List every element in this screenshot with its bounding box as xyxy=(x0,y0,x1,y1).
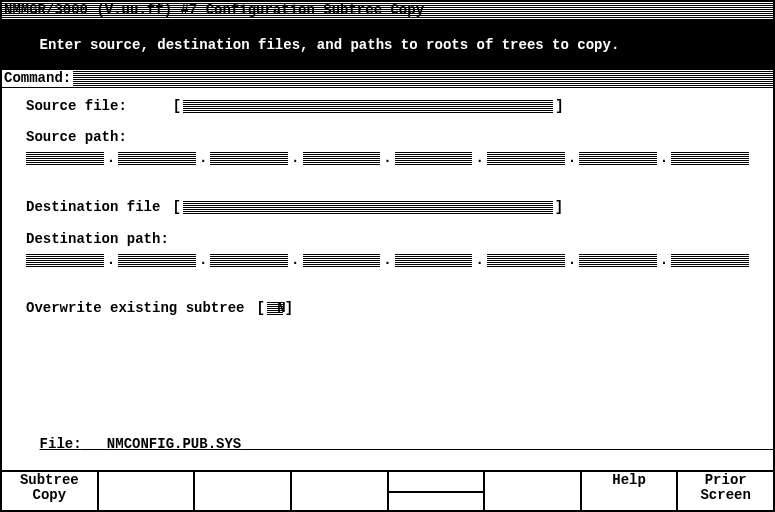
bracket-open-icon: [ xyxy=(170,199,182,215)
source-path-seg-8[interactable] xyxy=(671,151,749,165)
fkey-f8[interactable]: Prior Screen xyxy=(678,472,773,510)
source-path-seg-5[interactable] xyxy=(395,151,473,165)
overwrite-value: N xyxy=(277,300,285,316)
source-path-seg-2[interactable] xyxy=(118,151,196,165)
bracket-close-icon: ] xyxy=(553,98,565,114)
command-row[interactable]: Command: xyxy=(2,70,773,88)
source-path-seg-4[interactable] xyxy=(303,151,381,165)
file-bar: File: NMCONFIG.PUB.SYS xyxy=(2,417,773,470)
fkey-f1[interactable]: Subtree Copy xyxy=(2,472,99,510)
dest-file-input[interactable] xyxy=(183,200,553,214)
fkey-f8-line1: Prior xyxy=(705,473,747,488)
title-text: NMMGR/3000 (V.uu.ff) #7 Configuration Su… xyxy=(2,2,426,18)
bracket-open-icon: [ xyxy=(254,300,266,316)
source-path-row: . . . . . . . xyxy=(2,146,773,166)
instruction-text: Enter source, destination files, and pat… xyxy=(40,37,620,53)
dest-path-label: Destination path: xyxy=(26,231,169,247)
source-path-seg-3[interactable] xyxy=(210,151,288,165)
dest-path-seg-6[interactable] xyxy=(487,253,565,267)
fkey-f3[interactable] xyxy=(195,472,292,510)
source-path-seg-7[interactable] xyxy=(579,151,657,165)
dest-file-label: Destination file xyxy=(26,199,160,215)
fkey-f4[interactable] xyxy=(292,472,389,510)
source-file-row: Source file: [ ] xyxy=(2,88,773,114)
source-file-label: Source file: xyxy=(26,98,127,114)
fkey-f1-line1: Subtree xyxy=(20,473,79,488)
dest-path-label-row: Destination path: xyxy=(2,230,773,248)
bracket-open-icon: [ xyxy=(171,98,183,114)
source-path-seg-1[interactable] xyxy=(26,151,104,165)
fkey-f1-line2: Copy xyxy=(33,488,67,503)
function-key-bar: Subtree Copy Help Prior Screen xyxy=(2,470,773,510)
fkey-f7-label: Help xyxy=(612,473,646,488)
fkey-f7[interactable]: Help xyxy=(582,472,679,510)
overwrite-row: Overwrite existing subtree [] N xyxy=(2,300,773,316)
instruction-bar: Enter source, destination files, and pat… xyxy=(2,20,773,70)
terminal-screen: NMMGR/3000 (V.uu.ff) #7 Configuration Su… xyxy=(0,0,775,512)
source-path-seg-6[interactable] xyxy=(487,151,565,165)
dest-path-seg-3[interactable] xyxy=(210,253,288,267)
dest-path-seg-2[interactable] xyxy=(118,253,196,267)
dest-file-row: Destination file [ ] xyxy=(2,198,773,216)
dest-path-seg-5[interactable] xyxy=(395,253,473,267)
fkey-f2[interactable] xyxy=(99,472,196,510)
bracket-close-icon: ] xyxy=(553,199,565,215)
source-path-label-row: Source path: xyxy=(2,128,773,146)
dest-path-row: . . . . . . . xyxy=(2,248,773,268)
overwrite-label: Overwrite existing subtree xyxy=(26,300,244,316)
source-file-input[interactable] xyxy=(183,99,553,113)
fkey-f8-line2: Screen xyxy=(700,488,750,503)
form-area: Source file: [ ] Source path: . . . . . … xyxy=(2,88,773,417)
fkey-f5[interactable] xyxy=(389,472,486,510)
fkey-f6[interactable] xyxy=(485,472,582,510)
dest-path-seg-7[interactable] xyxy=(579,253,657,267)
source-path-label: Source path: xyxy=(26,129,127,145)
file-label: File: xyxy=(40,436,82,452)
dest-path-seg-8[interactable] xyxy=(671,253,749,267)
title-bar: NMMGR/3000 (V.uu.ff) #7 Configuration Su… xyxy=(2,2,773,20)
dest-path-seg-1[interactable] xyxy=(26,253,104,267)
dest-path-seg-4[interactable] xyxy=(303,253,381,267)
file-value: NMCONFIG.PUB.SYS xyxy=(107,436,241,452)
command-label: Command: xyxy=(2,70,73,86)
